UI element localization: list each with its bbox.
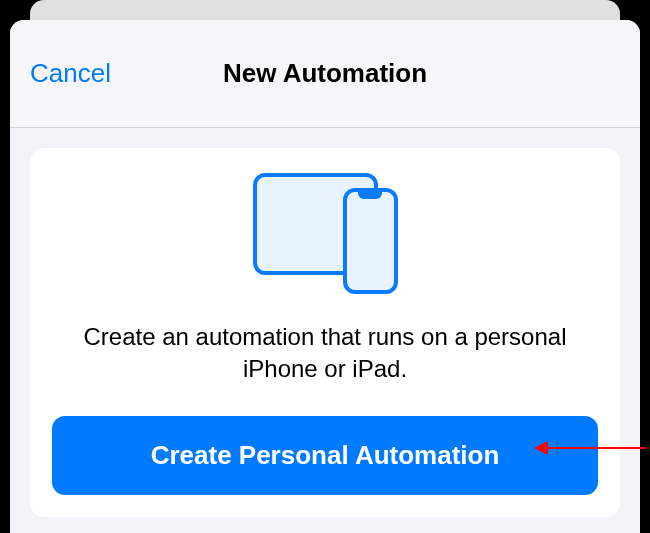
create-personal-automation-button[interactable]: Create Personal Automation bbox=[52, 416, 598, 495]
navigation-bar: Cancel New Automation bbox=[10, 20, 640, 128]
iphone-icon bbox=[343, 188, 398, 294]
personal-automation-card: Create an automation that runs on a pers… bbox=[30, 148, 620, 517]
card-description: Create an automation that runs on a pers… bbox=[52, 321, 598, 386]
devices-icon bbox=[253, 173, 398, 293]
cancel-button[interactable]: Cancel bbox=[30, 58, 111, 89]
modal-sheet: Cancel New Automation Create an automati… bbox=[10, 20, 640, 533]
page-title: New Automation bbox=[223, 58, 427, 89]
annotation-arrow-icon bbox=[536, 447, 646, 449]
iphone-notch-icon bbox=[358, 192, 382, 199]
